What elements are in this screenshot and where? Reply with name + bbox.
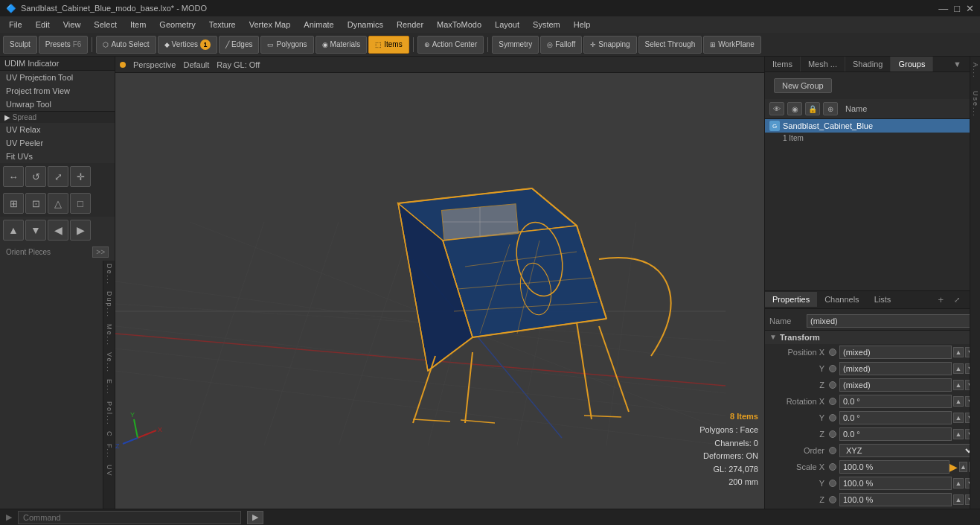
menu-animate[interactable]: Animate <box>298 19 339 31</box>
minimize-btn[interactable]: — <box>938 3 948 14</box>
rotation-x-input[interactable] <box>839 395 952 408</box>
item-row[interactable]: G Sandblast_Cabinet_Blue <box>765 119 980 133</box>
arrow-down-icon[interactable]: ▼ <box>25 220 46 241</box>
fit-uvs-item[interactable]: Fit UVs <box>0 150 115 163</box>
symmetry-btn[interactable]: Symmetry <box>492 36 539 54</box>
tab-groups[interactable]: Groups <box>891 57 933 71</box>
arrow-right-icon[interactable]: ▶ <box>70 220 91 241</box>
menu-maxtomodo[interactable]: MaxToModo <box>431 19 487 31</box>
polygons-btn[interactable]: ▭ Polygons <box>260 36 313 54</box>
pos-z-scroll-up[interactable]: ▲ <box>953 380 964 390</box>
falloff-btn[interactable]: ◎ Falloff <box>540 36 582 54</box>
view-mode-label[interactable]: Perspective <box>133 60 176 69</box>
select-through-btn[interactable]: Select Through <box>638 36 702 54</box>
action-center-btn[interactable]: ⊕ Action Center <box>417 36 484 54</box>
new-group-btn[interactable]: New Group <box>774 78 832 93</box>
scale-tool-icon[interactable]: ⤢ <box>48 166 68 187</box>
position-z-input[interactable] <box>839 378 952 392</box>
menu-item[interactable]: Item <box>124 19 152 31</box>
uv-relax-item[interactable]: UV Relax <box>0 123 115 136</box>
arrow-left-icon[interactable]: ◀ <box>48 220 68 241</box>
maximize-btn[interactable]: □ <box>954 3 960 14</box>
move-tool-icon[interactable]: ↔ <box>3 166 24 187</box>
close-btn[interactable]: ✕ <box>966 3 974 14</box>
rot-y-scroll-up[interactable]: ▲ <box>953 413 964 423</box>
menu-layout[interactable]: Layout <box>489 19 525 31</box>
vertices-btn[interactable]: ◆ Vertices 1 <box>158 36 218 54</box>
menu-select[interactable]: Select <box>88 19 123 31</box>
menu-texture[interactable]: Texture <box>203 19 242 31</box>
orient-more-btn[interactable]: >> <box>92 246 109 258</box>
tab-mesh[interactable]: Mesh ... <box>801 57 845 71</box>
scale-x-orange-indicator: ▶ <box>949 461 958 473</box>
snapping-btn[interactable]: ✛ Snapping <box>583 36 636 54</box>
tab-items[interactable]: Items <box>765 57 801 71</box>
tab-more-btn[interactable]: ▼ <box>947 57 967 71</box>
tab-shading[interactable]: Shading <box>845 57 891 71</box>
presets-btn[interactable]: Presets F6 <box>39 36 89 54</box>
command-input[interactable] <box>18 511 241 524</box>
render-btn[interactable]: ◉ <box>787 102 802 115</box>
menu-file[interactable]: File <box>3 19 28 31</box>
menu-edit[interactable]: Edit <box>30 19 56 31</box>
props-tab-properties[interactable]: Properties <box>765 292 817 307</box>
uv-projection-tool[interactable]: UV Projection Tool <box>0 71 115 84</box>
ray-mode-label[interactable]: Ray GL: Off <box>217 60 260 69</box>
auto-select-btn[interactable]: ⬡ Auto Select <box>96 36 156 54</box>
scale-y-input[interactable] <box>839 477 952 490</box>
eye-btn[interactable]: 👁 <box>769 102 784 115</box>
props-tab-channels[interactable]: Channels <box>817 292 866 307</box>
menu-view[interactable]: View <box>57 19 87 31</box>
menu-dynamics[interactable]: Dynamics <box>342 19 389 31</box>
box-tool-icon[interactable]: □ <box>70 193 91 214</box>
lock-btn[interactable]: 🔒 <box>805 102 820 115</box>
pos-x-scroll-up[interactable]: ▲ <box>953 347 964 357</box>
pos-y-scroll-up[interactable]: ▲ <box>953 363 964 374</box>
scale-y-scroll-up[interactable]: ▲ <box>953 478 964 489</box>
position-x-input[interactable] <box>839 346 952 359</box>
transform-tool-icon[interactable]: ✛ <box>70 166 91 187</box>
scale-z-scroll-up[interactable]: ▲ <box>953 494 964 505</box>
position-y-input[interactable] <box>839 362 952 375</box>
transform-section-header[interactable]: ▼ Transform <box>765 330 980 344</box>
grid-tool-icon[interactable]: ⊞ <box>3 193 24 214</box>
menu-vertex-map[interactable]: Vertex Map <box>243 19 297 31</box>
menu-render[interactable]: Render <box>391 19 429 31</box>
right-side-strip: A... Use... <box>970 57 980 525</box>
tri-tool-icon[interactable]: △ <box>48 193 68 214</box>
item-icon: G <box>769 121 780 131</box>
props-add-btn[interactable]: + <box>932 291 949 308</box>
order-select[interactable]: XYZ <box>839 444 976 457</box>
sculpt-btn[interactable]: Sculpt <box>3 36 37 54</box>
scale-x-input[interactable] <box>839 460 949 474</box>
edges-btn[interactable]: ╱ Edges <box>219 36 259 54</box>
rot-z-scroll-up[interactable]: ▲ <box>953 429 964 439</box>
menu-help[interactable]: Help <box>568 19 597 31</box>
arrow-up-icon[interactable]: ▲ <box>3 220 24 241</box>
items-btn[interactable]: ⬚ Items <box>368 36 409 54</box>
title-controls[interactable]: — □ ✕ <box>938 3 974 14</box>
props-tab-lists[interactable]: Lists <box>867 292 899 307</box>
rotate-tool-icon[interactable]: ↺ <box>25 166 46 187</box>
rot-x-scroll-up[interactable]: ▲ <box>953 396 964 407</box>
shader-mode-label[interactable]: Default <box>183 60 209 69</box>
scale-x-scroll-up[interactable]: ▲ <box>959 462 967 472</box>
menu-system[interactable]: System <box>527 19 566 31</box>
workplane-btn[interactable]: ⊞ WorkPlane <box>703 36 761 54</box>
materials-btn[interactable]: ◉ Materials <box>316 36 368 54</box>
viewport[interactable]: Perspective Default Ray GL: Off ⊕ ↺ ⊞ ⚙ … <box>115 57 764 525</box>
rotation-z-input[interactable] <box>839 427 952 441</box>
props-expand-btn[interactable]: ⤢ <box>949 293 964 307</box>
menu-geometry[interactable]: Geometry <box>153 19 201 31</box>
command-run-btn[interactable]: ▶ <box>247 511 263 524</box>
project-from-view[interactable]: Project from View <box>0 84 115 98</box>
scale-z-input[interactable] <box>839 493 952 506</box>
snapping-icon: ✛ <box>590 41 596 48</box>
props-name-input[interactable] <box>807 314 976 328</box>
rotation-y-input[interactable] <box>839 411 952 424</box>
link-btn[interactable]: ⊕ <box>823 102 838 115</box>
stat-channels: Channels: 0 <box>699 437 758 451</box>
dot-tool-icon[interactable]: ⊡ <box>25 193 46 214</box>
unwrap-tool[interactable]: Unwrap Tool <box>0 98 115 111</box>
uv-peeler-item[interactable]: UV Peeler <box>0 136 115 150</box>
